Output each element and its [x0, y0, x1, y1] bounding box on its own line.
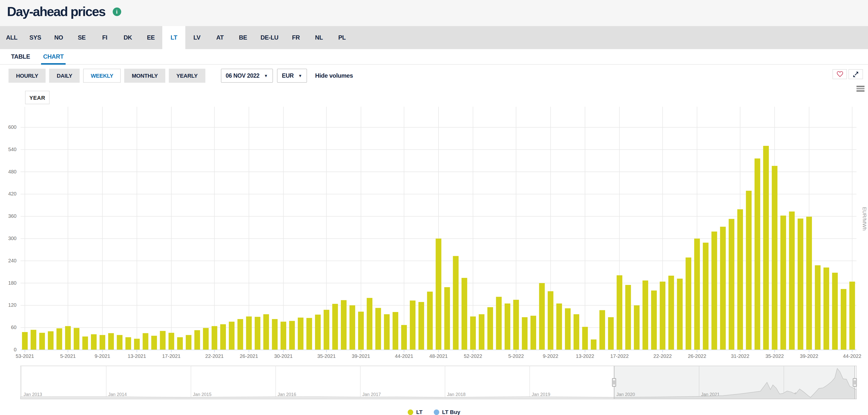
hide-volumes-toggle[interactable]: Hide volumes: [315, 72, 353, 79]
currency-select-value: EUR: [282, 73, 293, 79]
svg-text:Jan 2015: Jan 2015: [193, 392, 211, 397]
country-tab-sys[interactable]: SYS: [23, 26, 47, 49]
day-ahead-prices-page: Day-ahead prices i ALLSYSNOSEFIDKEELTLVA…: [0, 0, 868, 415]
svg-text:Jan 2013: Jan 2013: [24, 392, 42, 397]
svg-text:120: 120: [8, 302, 17, 308]
chevron-down-icon: ▼: [264, 73, 268, 78]
country-tab-lt[interactable]: LT: [162, 26, 185, 49]
country-tab-no[interactable]: NO: [47, 26, 70, 49]
heart-icon: [836, 71, 843, 77]
svg-text:480: 480: [8, 169, 17, 174]
svg-text:300: 300: [8, 236, 17, 241]
svg-text:26-2022: 26-2022: [688, 353, 706, 359]
country-tab-de-lu[interactable]: DE-LU: [254, 26, 284, 49]
chart-area: YEAR 06012018024030036042048054060053-20…: [0, 87, 868, 415]
country-tab-fi[interactable]: FI: [93, 26, 116, 49]
view-tab-chart[interactable]: CHART: [43, 49, 64, 64]
page-header: Day-ahead prices i: [0, 0, 868, 26]
granularity-buttons: HOURLYDAILYWEEKLYMONTHLYYEARLY: [8, 69, 209, 83]
country-tab-ee[interactable]: EE: [139, 26, 162, 49]
country-tab-dk[interactable]: DK: [116, 26, 139, 49]
country-tab-be[interactable]: BE: [231, 26, 254, 49]
favorite-button[interactable]: [832, 69, 847, 79]
svg-text:13-2022: 13-2022: [576, 353, 594, 359]
svg-text:Jan 2016: Jan 2016: [278, 392, 296, 397]
svg-text:13-2021: 13-2021: [128, 353, 146, 359]
expand-icon: [852, 71, 859, 78]
svg-text:5-2021: 5-2021: [60, 353, 75, 359]
svg-text:22-2022: 22-2022: [653, 353, 672, 359]
svg-text:360: 360: [8, 213, 17, 219]
country-tab-all[interactable]: ALL: [0, 26, 23, 49]
y-axis-unit-label: EUR/MWh: [862, 201, 867, 236]
svg-text:39-2021: 39-2021: [352, 353, 370, 359]
legend-marker-icon: [408, 409, 413, 415]
legend-marker-icon: [434, 409, 439, 415]
range-year-button[interactable]: YEAR: [25, 91, 50, 104]
svg-text:0: 0: [14, 347, 17, 352]
granularity-button-weekly[interactable]: WEEKLY: [83, 69, 121, 83]
country-tab-lv[interactable]: LV: [185, 26, 208, 49]
svg-text:35-2021: 35-2021: [317, 353, 336, 359]
legend-item-lt[interactable]: LT: [408, 409, 423, 415]
legend-label: LT Buy: [442, 409, 460, 415]
svg-text:39-2022: 39-2022: [800, 353, 818, 359]
granularity-button-monthly[interactable]: MONTHLY: [124, 69, 165, 83]
svg-text:17-2021: 17-2021: [162, 353, 181, 359]
country-tab-pl[interactable]: PL: [331, 26, 353, 49]
svg-text:Jan 2014: Jan 2014: [108, 392, 127, 397]
svg-text:22-2021: 22-2021: [205, 353, 224, 359]
country-tab-nl[interactable]: NL: [308, 26, 331, 49]
page-title: Day-ahead prices: [7, 4, 105, 20]
svg-text:420: 420: [8, 191, 17, 197]
svg-text:540: 540: [8, 147, 17, 152]
svg-text:600: 600: [8, 124, 17, 130]
chart-legend: LTLT Buy: [0, 409, 868, 415]
date-select[interactable]: 06 NOV 2022 ▼: [221, 69, 273, 83]
chevron-down-icon: ▼: [298, 73, 302, 78]
svg-text:35-2022: 35-2022: [765, 353, 784, 359]
svg-text:26-2021: 26-2021: [240, 353, 258, 359]
granularity-button-hourly[interactable]: HOURLY: [8, 69, 45, 83]
svg-text:240: 240: [8, 258, 17, 263]
price-bar-chart[interactable]: 06012018024030036042048054060053-20215-2…: [0, 87, 868, 408]
svg-text:Jan 2017: Jan 2017: [362, 392, 381, 397]
country-tab-fr[interactable]: FR: [284, 26, 308, 49]
svg-text:60: 60: [11, 325, 17, 330]
view-tab-table[interactable]: TABLE: [11, 49, 30, 64]
info-icon[interactable]: i: [113, 7, 121, 16]
legend-label: LT: [416, 409, 423, 415]
svg-text:31-2022: 31-2022: [731, 353, 749, 359]
fullscreen-button[interactable]: [848, 69, 863, 79]
svg-text:180: 180: [8, 280, 17, 286]
country-tab-se[interactable]: SE: [70, 26, 93, 49]
granularity-button-daily[interactable]: DAILY: [49, 69, 80, 83]
chart-controls: HOURLYDAILYWEEKLYMONTHLYYEARLY 06 NOV 20…: [0, 65, 868, 87]
view-tab-bar: TABLECHART: [0, 49, 868, 65]
svg-text:Jan 2019: Jan 2019: [532, 392, 550, 397]
chart-context-menu-button[interactable]: [857, 85, 865, 93]
svg-text:52-2022: 52-2022: [464, 353, 482, 359]
granularity-button-yearly[interactable]: YEARLY: [169, 69, 205, 83]
svg-text:Jan 2018: Jan 2018: [447, 392, 466, 397]
country-tab-at[interactable]: AT: [208, 26, 231, 49]
svg-text:17-2022: 17-2022: [610, 353, 628, 359]
svg-text:9-2021: 9-2021: [95, 353, 110, 359]
svg-text:48-2021: 48-2021: [429, 353, 447, 359]
chart-action-buttons: [831, 69, 863, 79]
country-tab-bar: ALLSYSNOSEFIDKEELTLVATBEDE-LUFRNLPL: [0, 26, 868, 49]
hamburger-icon: [857, 86, 865, 87]
svg-text:44-2021: 44-2021: [395, 353, 413, 359]
date-select-value: 06 NOV 2022: [226, 73, 259, 79]
currency-select[interactable]: EUR ▼: [277, 69, 307, 83]
svg-text:53-2021: 53-2021: [16, 353, 34, 359]
svg-text:44-2022: 44-2022: [843, 353, 861, 359]
svg-text:5-2022: 5-2022: [508, 353, 524, 359]
legend-item-lt-buy[interactable]: LT Buy: [434, 409, 460, 415]
svg-text:30-2021: 30-2021: [274, 353, 292, 359]
svg-text:9-2022: 9-2022: [543, 353, 558, 359]
